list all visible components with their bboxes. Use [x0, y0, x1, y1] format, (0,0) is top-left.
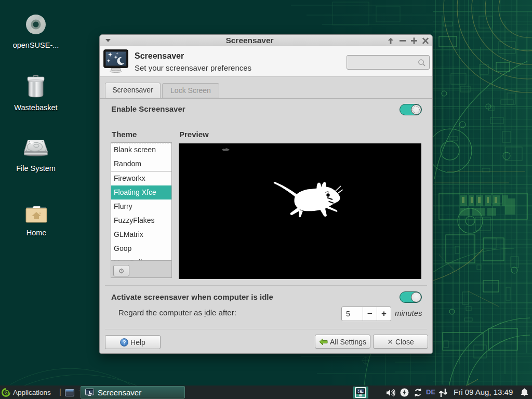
- svg-text:?: ?: [123, 339, 126, 345]
